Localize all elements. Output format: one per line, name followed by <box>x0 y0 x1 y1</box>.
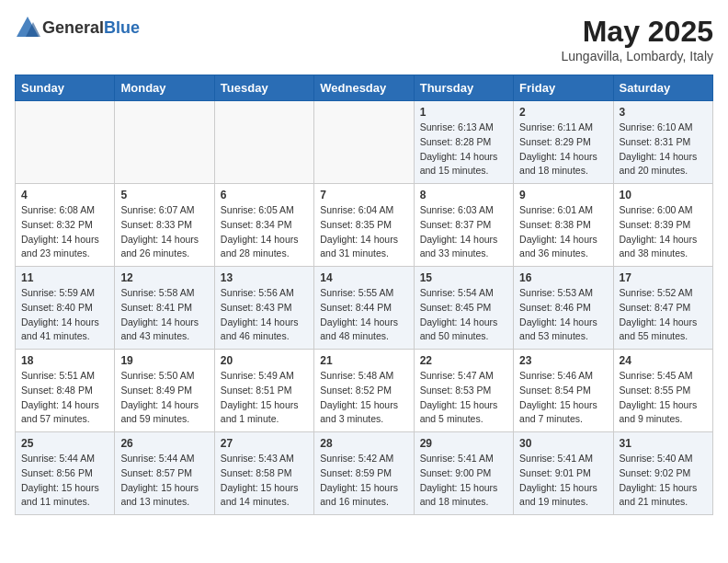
day-info: Sunrise: 5:41 AMSunset: 9:00 PMDaylight:… <box>420 452 507 510</box>
calendar-cell <box>115 101 214 184</box>
day-info: Sunrise: 5:54 AMSunset: 8:45 PMDaylight:… <box>420 286 507 344</box>
day-number: 9 <box>519 189 607 201</box>
calendar-cell: 9Sunrise: 6:01 AMSunset: 8:38 PMDaylight… <box>514 184 613 267</box>
day-number: 17 <box>620 271 707 284</box>
month-year: May 2025 <box>562 15 714 49</box>
calendar-cell: 1Sunrise: 6:13 AMSunset: 8:28 PMDaylight… <box>414 101 513 184</box>
day-info: Sunrise: 5:59 AMSunset: 8:40 PMDaylight:… <box>21 286 108 344</box>
day-info: Sunrise: 5:42 AMSunset: 8:59 PMDaylight:… <box>320 452 407 510</box>
calendar-week-row: 4Sunrise: 6:08 AMSunset: 8:32 PMDaylight… <box>16 184 713 267</box>
day-info: Sunrise: 5:46 AMSunset: 8:54 PMDaylight:… <box>519 369 607 427</box>
day-number: 7 <box>320 189 407 201</box>
calendar-cell: 28Sunrise: 5:42 AMSunset: 8:59 PMDayligh… <box>314 432 414 515</box>
day-number: 16 <box>519 271 607 284</box>
day-of-week-header: Wednesday <box>314 75 414 101</box>
calendar-cell: 3Sunrise: 6:10 AMSunset: 8:31 PMDaylight… <box>613 101 712 184</box>
day-info: Sunrise: 5:41 AMSunset: 9:01 PMDaylight:… <box>519 452 607 510</box>
day-number: 8 <box>420 189 507 201</box>
calendar-cell: 31Sunrise: 5:40 AMSunset: 9:02 PMDayligh… <box>613 432 712 515</box>
day-number: 11 <box>21 271 108 284</box>
day-info: Sunrise: 6:07 AMSunset: 8:33 PMDaylight:… <box>120 203 208 261</box>
day-info: Sunrise: 5:44 AMSunset: 8:57 PMDaylight:… <box>120 452 208 510</box>
day-number: 18 <box>21 354 108 367</box>
day-info: Sunrise: 5:52 AMSunset: 8:47 PMDaylight:… <box>620 286 707 344</box>
day-number: 22 <box>420 354 507 367</box>
page-header: GeneralBlue May 2025 Lungavilla, Lombard… <box>15 15 713 63</box>
day-number: 2 <box>519 106 607 119</box>
day-info: Sunrise: 5:40 AMSunset: 9:02 PMDaylight:… <box>620 452 707 510</box>
day-number: 19 <box>120 354 208 367</box>
calendar-cell: 14Sunrise: 5:55 AMSunset: 8:44 PMDayligh… <box>314 267 414 350</box>
day-info: Sunrise: 5:48 AMSunset: 8:52 PMDaylight:… <box>320 369 407 427</box>
day-info: Sunrise: 6:10 AMSunset: 8:31 PMDaylight:… <box>620 121 707 178</box>
calendar-cell: 29Sunrise: 5:41 AMSunset: 9:00 PMDayligh… <box>414 432 513 515</box>
day-info: Sunrise: 5:50 AMSunset: 8:49 PMDaylight:… <box>120 369 208 427</box>
day-info: Sunrise: 6:11 AMSunset: 8:29 PMDaylight:… <box>519 121 607 178</box>
calendar-cell: 26Sunrise: 5:44 AMSunset: 8:57 PMDayligh… <box>115 432 214 515</box>
day-of-week-header: Tuesday <box>214 75 313 101</box>
calendar-cell: 5Sunrise: 6:07 AMSunset: 8:33 PMDaylight… <box>115 184 214 267</box>
day-of-week-header: Sunday <box>16 75 115 101</box>
day-number: 29 <box>420 437 507 450</box>
calendar-week-row: 18Sunrise: 5:51 AMSunset: 8:48 PMDayligh… <box>16 350 713 432</box>
calendar-cell <box>314 101 414 184</box>
day-info: Sunrise: 5:47 AMSunset: 8:53 PMDaylight:… <box>420 369 507 427</box>
calendar-cell: 24Sunrise: 5:45 AMSunset: 8:55 PMDayligh… <box>613 350 712 432</box>
calendar-table: SundayMondayTuesdayWednesdayThursdayFrid… <box>15 75 713 515</box>
day-of-week-header: Monday <box>115 75 214 101</box>
day-number: 20 <box>221 354 308 367</box>
day-info: Sunrise: 5:51 AMSunset: 8:48 PMDaylight:… <box>21 369 108 427</box>
day-info: Sunrise: 6:04 AMSunset: 8:35 PMDaylight:… <box>320 203 407 261</box>
day-number: 14 <box>320 271 407 284</box>
calendar-cell: 18Sunrise: 5:51 AMSunset: 8:48 PMDayligh… <box>16 350 115 432</box>
day-info: Sunrise: 6:01 AMSunset: 8:38 PMDaylight:… <box>519 203 607 261</box>
day-info: Sunrise: 5:43 AMSunset: 8:58 PMDaylight:… <box>221 452 308 510</box>
calendar-cell: 6Sunrise: 6:05 AMSunset: 8:34 PMDaylight… <box>214 184 313 267</box>
calendar-cell: 13Sunrise: 5:56 AMSunset: 8:43 PMDayligh… <box>214 267 313 350</box>
day-info: Sunrise: 5:49 AMSunset: 8:51 PMDaylight:… <box>221 369 308 427</box>
day-number: 3 <box>620 106 707 119</box>
day-info: Sunrise: 6:08 AMSunset: 8:32 PMDaylight:… <box>21 203 108 261</box>
calendar-header-row: SundayMondayTuesdayWednesdayThursdayFrid… <box>16 75 713 101</box>
day-number: 13 <box>221 271 308 284</box>
day-number: 5 <box>120 189 208 201</box>
day-info: Sunrise: 6:03 AMSunset: 8:37 PMDaylight:… <box>420 203 507 261</box>
title-block: May 2025 Lungavilla, Lombardy, Italy <box>562 15 714 63</box>
day-info: Sunrise: 5:58 AMSunset: 8:41 PMDaylight:… <box>120 286 208 344</box>
calendar-cell <box>214 101 313 184</box>
day-number: 12 <box>120 271 208 284</box>
day-of-week-header: Saturday <box>613 75 712 101</box>
day-number: 21 <box>320 354 407 367</box>
calendar-cell: 11Sunrise: 5:59 AMSunset: 8:40 PMDayligh… <box>16 267 115 350</box>
day-info: Sunrise: 6:05 AMSunset: 8:34 PMDaylight:… <box>221 203 308 261</box>
day-number: 24 <box>620 354 707 367</box>
day-info: Sunrise: 6:00 AMSunset: 8:39 PMDaylight:… <box>620 203 707 261</box>
calendar-cell: 8Sunrise: 6:03 AMSunset: 8:37 PMDaylight… <box>414 184 513 267</box>
day-number: 1 <box>420 106 507 119</box>
day-number: 26 <box>120 437 208 450</box>
calendar-cell: 19Sunrise: 5:50 AMSunset: 8:49 PMDayligh… <box>115 350 214 432</box>
calendar-cell: 20Sunrise: 5:49 AMSunset: 8:51 PMDayligh… <box>214 350 313 432</box>
calendar-cell: 27Sunrise: 5:43 AMSunset: 8:58 PMDayligh… <box>214 432 313 515</box>
day-number: 27 <box>221 437 308 450</box>
calendar-cell: 15Sunrise: 5:54 AMSunset: 8:45 PMDayligh… <box>414 267 513 350</box>
logo-general-text: General <box>42 18 104 37</box>
calendar-cell: 21Sunrise: 5:48 AMSunset: 8:52 PMDayligh… <box>314 350 414 432</box>
day-info: Sunrise: 5:45 AMSunset: 8:55 PMDaylight:… <box>620 369 707 427</box>
day-number: 4 <box>21 189 108 201</box>
calendar-cell: 30Sunrise: 5:41 AMSunset: 9:01 PMDayligh… <box>514 432 613 515</box>
calendar-cell: 17Sunrise: 5:52 AMSunset: 8:47 PMDayligh… <box>613 267 712 350</box>
calendar-cell: 4Sunrise: 6:08 AMSunset: 8:32 PMDaylight… <box>16 184 115 267</box>
calendar-cell: 12Sunrise: 5:58 AMSunset: 8:41 PMDayligh… <box>115 267 214 350</box>
calendar-cell: 7Sunrise: 6:04 AMSunset: 8:35 PMDaylight… <box>314 184 414 267</box>
calendar-cell: 22Sunrise: 5:47 AMSunset: 8:53 PMDayligh… <box>414 350 513 432</box>
day-number: 31 <box>620 437 707 450</box>
calendar-week-row: 25Sunrise: 5:44 AMSunset: 8:56 PMDayligh… <box>16 432 713 515</box>
calendar-cell: 23Sunrise: 5:46 AMSunset: 8:54 PMDayligh… <box>514 350 613 432</box>
location: Lungavilla, Lombardy, Italy <box>562 49 714 63</box>
calendar-cell <box>16 101 115 184</box>
day-info: Sunrise: 5:56 AMSunset: 8:43 PMDaylight:… <box>221 286 308 344</box>
logo: GeneralBlue <box>15 15 140 40</box>
day-number: 6 <box>221 189 308 201</box>
day-info: Sunrise: 5:44 AMSunset: 8:56 PMDaylight:… <box>21 452 108 510</box>
